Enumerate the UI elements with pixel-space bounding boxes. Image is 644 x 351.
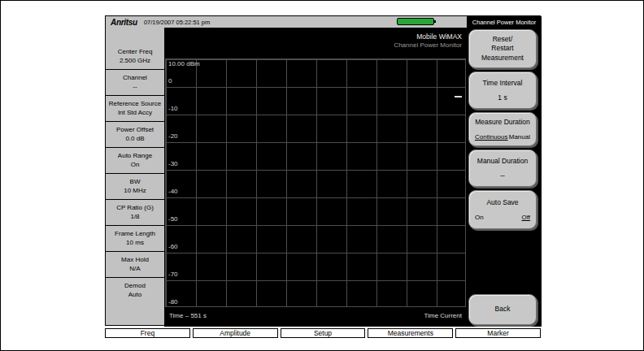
y-tick-m40: -40	[168, 188, 178, 195]
softkey-label: Measurement	[481, 54, 524, 63]
softkey-value: --	[500, 171, 505, 180]
sidebar-item-demod: Demod Auto	[106, 278, 164, 304]
softkey-label: Time Interval	[483, 79, 523, 88]
softkey-label: Auto Save	[486, 198, 518, 207]
y-tick-m30: -30	[168, 160, 178, 167]
plot-area: Mobile WiMAX Channel Power Monitor 10.00…	[164, 28, 467, 327]
param-value: 2.500 GHz	[120, 57, 150, 66]
param-label: Channel	[123, 74, 147, 83]
y-tick-0: 0	[168, 77, 172, 84]
sidebar-item-bw: BW 10 MHz	[106, 174, 164, 200]
param-value: 0.0 dB	[125, 135, 144, 144]
menu-freq-button[interactable]: Freq	[105, 328, 190, 338]
param-label: Center Freq	[118, 48, 153, 57]
graticule-grid	[165, 58, 466, 307]
sidebar-item-power-offset: Power Offset 0.0 dB	[106, 122, 164, 148]
softkey-label: Measure Duration	[475, 118, 530, 127]
x-axis-right-label: Time Current	[424, 312, 462, 319]
y-tick-m60: -60	[168, 243, 178, 250]
softkey-value: 1 s	[498, 93, 507, 102]
softkey-measure-duration[interactable]: Measure Duration Continuous Manual	[468, 112, 537, 146]
param-label: Auto Range	[118, 152, 152, 161]
softkey-reset-restart-measurement[interactable]: Reset/ Restart Measurement	[468, 29, 537, 68]
param-label: Power Offset	[116, 126, 154, 135]
param-label: Max Hold	[121, 256, 149, 265]
sidebar-item-frame-length: Frame Length 10 ms	[106, 226, 164, 252]
settings-sidebar: Center Freq 2.500 GHz Channel -- Referen…	[106, 28, 164, 327]
y-tick-m10: -10	[168, 105, 178, 112]
option-continuous[interactable]: Continuous	[475, 133, 507, 141]
measurement-label: Channel Power Monitor	[394, 41, 462, 49]
option-on[interactable]: On	[475, 214, 484, 221]
instrument-screen: Anritsu 07/19/2007 05:22:51 pm Channel P…	[105, 15, 541, 326]
softkey-label: Back	[495, 305, 511, 314]
menu-marker-button[interactable]: Marker	[455, 328, 541, 338]
battery-icon	[397, 18, 434, 25]
param-label: BW	[130, 178, 141, 187]
sidebar-item-center-freq: Center Freq 2.500 GHz	[106, 44, 164, 70]
sidebar-item-channel: Channel --	[106, 70, 164, 96]
menu-setup-button[interactable]: Setup	[281, 328, 366, 338]
x-axis-left-label: Time – 551 s	[169, 312, 207, 319]
y-tick-m50: -50	[168, 215, 178, 223]
y-tick-ref: 10.00 dBm	[168, 60, 200, 67]
option-manual[interactable]: Manual	[509, 133, 530, 141]
softkey-panel: Reset/ Restart Measurement Time Interval…	[467, 28, 542, 327]
sidebar-item-auto-range: Auto Range On	[106, 148, 164, 174]
softkey-label: Manual Duration	[477, 157, 528, 166]
softkey-manual-duration[interactable]: Manual Duration --	[468, 150, 537, 187]
option-off[interactable]: Off	[521, 214, 530, 221]
softkey-label: Reset/	[493, 35, 513, 44]
datetime-text: 07/19/2007 05:22:51 pm	[144, 19, 210, 26]
menu-amplitude-button[interactable]: Amplitude	[193, 328, 278, 338]
softkey-time-interval[interactable]: Time Interval 1 s	[468, 72, 537, 109]
param-value: 10 ms	[126, 239, 144, 248]
sidebar-item-max-hold: Max Hold N/A	[106, 252, 164, 278]
softkey-label: Restart	[491, 44, 513, 53]
param-label: CP Ratio (G)	[116, 204, 154, 213]
param-value: N/A	[129, 265, 140, 274]
param-label: Demod	[124, 282, 146, 291]
trace-marker	[455, 96, 462, 98]
param-value: On	[131, 161, 140, 170]
mode-label: Mobile WiMAX	[416, 32, 462, 41]
sidebar-item-reference-source: Reference Source Int Std Accy	[106, 96, 164, 122]
param-value: Int Std Accy	[118, 109, 152, 118]
param-value: --	[133, 83, 137, 92]
param-value: Auto	[128, 291, 141, 300]
softkey-back[interactable]: Back	[468, 294, 537, 325]
param-value: 1/8	[130, 213, 139, 222]
menu-measurements-button[interactable]: Measurements	[368, 328, 453, 338]
param-label: Reference Source	[109, 100, 161, 109]
softkey-auto-save[interactable]: Auto Save On Off	[468, 190, 537, 229]
top-status-bar: Anritsu 07/19/2007 05:22:51 pm	[106, 16, 467, 28]
y-tick-m20: -20	[168, 132, 178, 140]
y-tick-m70: -70	[168, 271, 178, 278]
softkey-menu-title: Channel Power Monitor	[467, 16, 542, 28]
param-label: Frame Length	[115, 230, 155, 239]
y-tick-m80: -80	[168, 298, 178, 306]
bottom-main-menu: Freq Amplitude Setup Measurements Marker	[105, 328, 541, 338]
param-value: 10 MHz	[124, 187, 146, 196]
instrument-page: Anritsu 07/19/2007 05:22:51 pm Channel P…	[0, 0, 644, 351]
sidebar-item-cp-ratio: CP Ratio (G) 1/8	[106, 200, 164, 226]
anritsu-logo: Anritsu	[111, 18, 137, 27]
